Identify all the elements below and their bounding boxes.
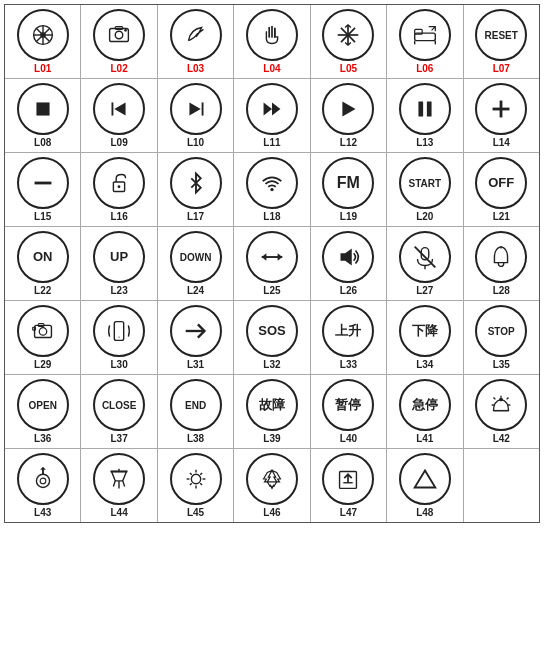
grid-cell[interactable] <box>464 449 539 522</box>
grid-cell[interactable]: L14 <box>464 79 539 152</box>
cell-icon: START <box>399 157 451 209</box>
cell-icon: DOWN <box>170 231 222 283</box>
cell-label: L16 <box>111 211 128 222</box>
cell-icon: END <box>170 379 222 431</box>
grid-cell[interactable]: L04 <box>234 5 310 78</box>
grid-cell[interactable]: L12 <box>311 79 387 152</box>
grid-cell[interactable]: 故障L39 <box>234 375 310 448</box>
svg-point-54 <box>499 398 503 402</box>
icon-row: L01 L02 L03 L04 L05 L06RESETL07 <box>5 5 539 79</box>
grid-cell[interactable]: L30 <box>81 301 157 374</box>
cell-label: L09 <box>111 137 128 148</box>
grid-cell[interactable]: L03 <box>158 5 234 78</box>
grid-cell[interactable]: OFFL21 <box>464 153 539 226</box>
cell-icon <box>170 453 222 505</box>
grid-cell[interactable]: FML19 <box>311 153 387 226</box>
grid-cell[interactable]: RESETL07 <box>464 5 539 78</box>
grid-cell[interactable]: DOWNL24 <box>158 227 234 300</box>
grid-cell[interactable]: L05 <box>311 5 387 78</box>
cell-label: L20 <box>416 211 433 222</box>
grid-cell[interactable]: 上升L33 <box>311 301 387 374</box>
grid-cell[interactable]: CLOSEL37 <box>81 375 157 448</box>
grid-cell[interactable]: 暂停L40 <box>311 375 387 448</box>
cell-icon-text: OPEN <box>29 400 57 411</box>
cell-icon <box>170 83 222 135</box>
svg-marker-29 <box>343 102 356 117</box>
cell-label: L21 <box>493 211 510 222</box>
grid-cell[interactable]: L25 <box>234 227 310 300</box>
grid-cell[interactable]: L15 <box>5 153 81 226</box>
cell-icon: UP <box>93 231 145 283</box>
cell-label: L34 <box>416 359 433 370</box>
cell-icon: RESET <box>475 9 527 61</box>
grid-cell[interactable]: UPL23 <box>81 227 157 300</box>
cell-label: L24 <box>187 285 204 296</box>
cell-icon: 下降 <box>399 305 451 357</box>
grid-cell[interactable]: L10 <box>158 79 234 152</box>
cell-label: L02 <box>111 63 128 74</box>
svg-point-47 <box>39 328 47 336</box>
svg-marker-39 <box>262 253 267 261</box>
svg-marker-28 <box>272 102 280 115</box>
grid-cell[interactable]: L08 <box>5 79 81 152</box>
cell-label: L33 <box>340 359 357 370</box>
grid-cell[interactable]: L02 <box>81 5 157 78</box>
cell-icon <box>17 453 69 505</box>
grid-cell[interactable]: STOPL35 <box>464 301 539 374</box>
cell-icon: ON <box>17 231 69 283</box>
grid-cell[interactable]: ONL22 <box>5 227 81 300</box>
grid-cell[interactable]: L01 <box>5 5 81 78</box>
svg-point-36 <box>118 185 121 188</box>
cell-icon <box>246 83 298 135</box>
grid-cell[interactable]: OPENL36 <box>5 375 81 448</box>
icon-row: L08 L09 L10 L11 L12 L13 L14 <box>5 79 539 153</box>
icon-row: L15 L16 L17 L18FML19STARTL20OFFL21 <box>5 153 539 227</box>
grid-cell[interactable]: L28 <box>464 227 539 300</box>
grid-cell[interactable]: L43 <box>5 449 81 522</box>
grid-cell[interactable]: L13 <box>387 79 463 152</box>
grid-cell[interactable]: L26 <box>311 227 387 300</box>
cell-icon-text: SOS <box>258 324 285 338</box>
cell-label: L25 <box>263 285 280 296</box>
grid-cell[interactable]: SOSL32 <box>234 301 310 374</box>
cell-label: L11 <box>263 137 280 148</box>
icon-grid: L01 L02 L03 L04 L05 L06RESETL07 <box>4 4 540 523</box>
cell-icon-text: END <box>185 400 206 411</box>
cell-icon: 上升 <box>322 305 374 357</box>
cell-icon-text: CLOSE <box>102 400 136 411</box>
grid-cell[interactable]: STARTL20 <box>387 153 463 226</box>
svg-marker-24 <box>114 102 125 115</box>
grid-cell[interactable]: L18 <box>234 153 310 226</box>
grid-cell[interactable]: L46 <box>234 449 310 522</box>
grid-cell[interactable]: L06 <box>387 5 463 78</box>
cell-icon-text: ON <box>33 250 53 264</box>
grid-cell[interactable]: L09 <box>81 79 157 152</box>
cell-icon <box>93 83 145 135</box>
grid-cell[interactable]: ENDL38 <box>158 375 234 448</box>
cell-icon <box>93 157 145 209</box>
grid-cell[interactable]: 下降L34 <box>387 301 463 374</box>
cell-icon <box>170 157 222 209</box>
grid-cell[interactable]: L47 <box>311 449 387 522</box>
grid-cell[interactable]: L45 <box>158 449 234 522</box>
grid-cell[interactable]: L31 <box>158 301 234 374</box>
cell-icon <box>322 9 374 61</box>
grid-cell[interactable]: L27 <box>387 227 463 300</box>
grid-cell[interactable]: L48 <box>387 449 463 522</box>
grid-cell[interactable]: L17 <box>158 153 234 226</box>
cell-icon <box>93 9 145 61</box>
svg-line-44 <box>415 247 436 268</box>
grid-cell[interactable]: L11 <box>234 79 310 152</box>
grid-cell[interactable]: 急停L41 <box>387 375 463 448</box>
cell-icon: 暂停 <box>322 379 374 431</box>
grid-cell[interactable]: L29 <box>5 301 81 374</box>
svg-line-75 <box>189 483 191 485</box>
cell-icon <box>475 231 527 283</box>
grid-cell[interactable]: L16 <box>81 153 157 226</box>
cell-label: L26 <box>340 285 357 296</box>
grid-cell[interactable]: L42 <box>464 375 539 448</box>
cell-icon <box>17 83 69 135</box>
svg-point-9 <box>124 29 127 32</box>
grid-cell[interactable]: L44 <box>81 449 157 522</box>
svg-line-64 <box>123 481 125 487</box>
